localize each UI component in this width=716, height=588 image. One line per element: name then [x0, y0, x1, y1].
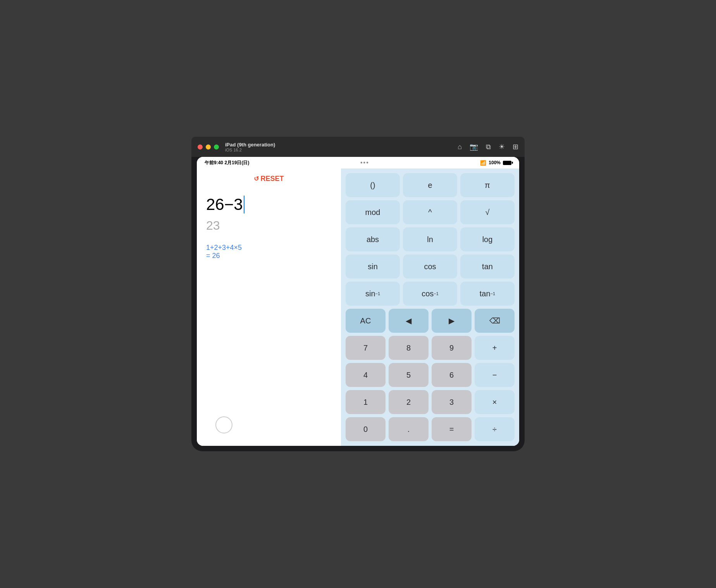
calc-btn-cos__[interactable]: cos−1	[403, 282, 457, 306]
ipad-screen: 午前9:40 2月19日(日) ••• 📶 100% ↺ RESET 26−3 …	[197, 157, 519, 446]
calc-row-4: sin−1cos−1tan−1	[346, 282, 515, 306]
home-button[interactable]	[215, 416, 232, 433]
calc-btn-_[interactable]: √	[460, 200, 515, 224]
title-bar: iPad (9th generation) iOS 16.2 ⌂ 📷 ⧉ ☀ ⊞	[191, 137, 525, 157]
calc-row-8: 123×	[346, 390, 515, 414]
status-time: 午前9:40 2月19日(日)	[205, 160, 249, 166]
calc-btn-_[interactable]: .	[389, 417, 429, 441]
screenshot-icon[interactable]: 📷	[470, 143, 478, 151]
status-bar: 午前9:40 2月19日(日) ••• 📶 100%	[197, 157, 519, 168]
status-right: 📶 100%	[480, 160, 511, 166]
calc-row-6: 789+	[346, 336, 515, 360]
home-indicator-area	[206, 410, 332, 440]
calc-btn-sin[interactable]: sin	[346, 254, 400, 279]
calc-btn-2[interactable]: 2	[389, 390, 429, 414]
calc-btn-_[interactable]: =	[432, 417, 472, 441]
reset-icon: ↺	[254, 175, 259, 182]
cursor	[244, 196, 244, 213]
calc-btn-_[interactable]: ×	[475, 390, 515, 414]
app-content: ↺ RESET 26−3 23 1+2+3+4×5 = 26 ()eπmod^√…	[197, 168, 519, 446]
minimize-button[interactable]	[206, 144, 211, 150]
status-dots: •••	[360, 159, 369, 166]
ipad-frame: 午前9:40 2月19日(日) ••• 📶 100% ↺ RESET 26−3 …	[191, 157, 525, 451]
grid-icon[interactable]: ⊞	[513, 143, 518, 151]
calc-row-3: sincostan	[346, 254, 515, 279]
calc-btn-0[interactable]: 0	[346, 417, 386, 441]
calc-row-5: AC◀▶⌫	[346, 309, 515, 333]
calc-btn-6[interactable]: 6	[432, 363, 472, 387]
history-expression: 1+2+3+4×5	[206, 244, 332, 252]
calc-btn-9[interactable]: 9	[432, 336, 472, 360]
titlebar-icons: ⌂ 📷 ⧉ ☀ ⊞	[458, 143, 518, 151]
calc-btn-abs[interactable]: abs	[346, 227, 400, 251]
history-equals: = 26	[206, 252, 332, 260]
home-icon[interactable]: ⌂	[458, 143, 462, 151]
calc-btn-1[interactable]: 1	[346, 390, 386, 414]
history-item: 1+2+3+4×5 = 26	[206, 244, 332, 260]
calc-btn-7[interactable]: 7	[346, 336, 386, 360]
calc-btn-_[interactable]: ^	[403, 200, 457, 224]
calc-btn-_[interactable]: ▶	[432, 309, 472, 333]
os-version: iOS 16.2	[225, 148, 275, 152]
calc-btn-mod[interactable]: mod	[346, 200, 400, 224]
calc-btn-_[interactable]: ◀	[389, 309, 429, 333]
calc-btn-sin__[interactable]: sin−1	[346, 282, 400, 306]
close-button[interactable]	[198, 144, 203, 150]
calc-btn-5[interactable]: 5	[389, 363, 429, 387]
calc-btn-_[interactable]: +	[475, 336, 515, 360]
calc-btn-e[interactable]: e	[403, 173, 457, 197]
left-panel: ↺ RESET 26−3 23 1+2+3+4×5 = 26	[197, 168, 341, 446]
calc-btn-ln[interactable]: ln	[403, 227, 457, 251]
display-expression: 26−3	[206, 195, 332, 214]
brightness-icon[interactable]: ☀	[499, 143, 505, 151]
calc-btn-4[interactable]: 4	[346, 363, 386, 387]
battery-percent: 100%	[489, 160, 501, 165]
battery-icon	[503, 161, 511, 165]
calc-btn-_[interactable]: −	[475, 363, 515, 387]
calculator-panel: ()eπmod^√abslnlogsincostansin−1cos−1tan−…	[341, 168, 519, 446]
device-name: iPad (9th generation)	[225, 142, 275, 148]
wifi-icon: 📶	[480, 160, 486, 166]
display-result: 23	[206, 218, 332, 233]
title-info: iPad (9th generation) iOS 16.2	[225, 142, 275, 152]
reset-label: RESET	[260, 175, 284, 183]
calc-btn-_[interactable]: ÷	[475, 417, 515, 441]
calc-row-9: 0.=÷	[346, 417, 515, 441]
calc-row-1: mod^√	[346, 200, 515, 224]
calc-btn-8[interactable]: 8	[389, 336, 429, 360]
calc-btn-_[interactable]: ⌫	[475, 309, 515, 333]
calc-row-0: ()eπ	[346, 173, 515, 197]
reset-button[interactable]: ↺ RESET	[254, 175, 284, 183]
calc-row-2: abslnlog	[346, 227, 515, 251]
traffic-lights	[198, 144, 219, 150]
maximize-button[interactable]	[214, 144, 219, 150]
calc-btn-log[interactable]: log	[460, 227, 515, 251]
calc-btn-_[interactable]: π	[460, 173, 515, 197]
calc-btn-__[interactable]: ()	[346, 173, 400, 197]
rotate-icon[interactable]: ⧉	[486, 143, 491, 151]
calc-btn-tan__[interactable]: tan−1	[460, 282, 515, 306]
calc-row-7: 456−	[346, 363, 515, 387]
calc-btn-AC[interactable]: AC	[346, 309, 386, 333]
calc-btn-tan[interactable]: tan	[460, 254, 515, 279]
calc-btn-3[interactable]: 3	[432, 390, 472, 414]
calc-btn-cos[interactable]: cos	[403, 254, 457, 279]
